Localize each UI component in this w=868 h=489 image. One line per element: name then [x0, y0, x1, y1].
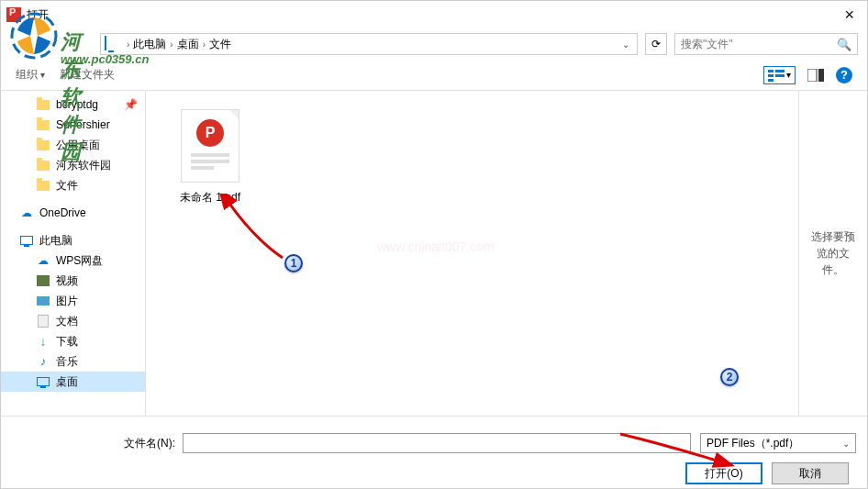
video-icon — [36, 273, 50, 288]
cloud-disk-icon: ☁ — [36, 253, 50, 268]
sidebar-item-documents[interactable]: 文档 — [1, 311, 145, 331]
svg-rect-1 — [768, 70, 773, 72]
breadcrumb-item[interactable]: 桌面 — [177, 37, 199, 52]
preview-pane-button[interactable] — [803, 66, 829, 84]
svg-rect-4 — [775, 74, 785, 77]
preview-icon — [807, 69, 824, 82]
toolbar: 组织 ▾ 新建文件夹 ▾ ? — [1, 60, 867, 91]
list-view-icon — [768, 69, 785, 82]
app-icon — [6, 7, 21, 22]
sidebar-item-pictures[interactable]: 图片 — [1, 291, 145, 311]
download-icon: ↓ — [36, 334, 50, 349]
pdf-thumbnail: P — [181, 109, 239, 183]
sidebar-item-desktop[interactable]: 桌面 — [1, 372, 145, 392]
close-button[interactable]: × — [844, 6, 854, 25]
chevron-right-icon: › — [170, 39, 172, 50]
up-button[interactable]: ↑ — [65, 33, 93, 55]
svg-rect-5 — [768, 79, 773, 82]
sidebar-item-onedrive[interactable]: ☁OneDrive — [1, 203, 145, 223]
desktop-icon — [36, 374, 50, 389]
pdf-badge-icon: P — [196, 119, 224, 147]
sidebar-item-bcryptdg[interactable]: bcryptdg📌 — [1, 94, 145, 115]
search-icon[interactable]: 🔍 — [837, 38, 851, 51]
sidebar-item-music[interactable]: ♪音乐 — [1, 351, 145, 372]
breadcrumb-item[interactable]: 文件 — [209, 37, 231, 52]
chevron-down-icon: ⌄ — [842, 439, 850, 449]
sidebar-item-computer[interactable]: 此电脑 — [1, 230, 145, 250]
breadcrumb-item[interactable]: 此电脑 — [133, 37, 166, 52]
organize-menu[interactable]: 组织 ▾ — [16, 67, 45, 83]
file-name: 未命名 1.pdf — [180, 190, 240, 206]
svg-rect-2 — [775, 70, 785, 72]
file-item[interactable]: P 未命名 1.pdf — [164, 109, 256, 206]
help-icon[interactable]: ? — [836, 67, 852, 83]
computer-icon — [19, 233, 34, 248]
preview-pane: 选择要预览的文件。 — [798, 91, 867, 416]
refresh-button[interactable]: ⟳ — [645, 33, 667, 55]
sidebar-item-hedong[interactable]: 河东软件园 — [1, 155, 145, 175]
title-bar: 打开 × — [1, 1, 867, 28]
preview-empty-text: 选择要预览的文件。 — [807, 228, 860, 278]
svg-rect-7 — [818, 69, 824, 82]
open-button[interactable]: 打开(O) — [685, 462, 762, 484]
sidebar-item-wps[interactable]: ☁WPS网盘 — [1, 250, 145, 271]
file-type-select[interactable]: PDF Files（*.pdf） ⌄ — [700, 433, 856, 453]
cancel-button[interactable]: 取消 — [772, 462, 849, 484]
nav-bar: ← → ↑ › 此电脑 › 桌面 › 文件 ⌄ ⟳ 🔍 — [1, 28, 867, 60]
search-input[interactable] — [681, 38, 837, 50]
sidebar-item-files[interactable]: 文件 — [1, 175, 145, 195]
chevron-right-icon: › — [127, 39, 129, 50]
computer-icon — [105, 37, 119, 51]
chevron-down-icon[interactable]: ⌄ — [622, 39, 633, 50]
sidebar-item-video[interactable]: 视频 — [1, 271, 145, 291]
onedrive-icon: ☁ — [19, 206, 34, 220]
chevron-right-icon: › — [203, 39, 206, 50]
view-options-button[interactable]: ▾ — [763, 66, 796, 84]
document-icon — [36, 314, 50, 328]
breadcrumb[interactable]: › 此电脑 › 桌面 › 文件 ⌄ — [100, 33, 638, 55]
file-type-label: PDF Files（*.pdf） — [707, 436, 799, 451]
pin-icon: 📌 — [124, 98, 138, 111]
svg-rect-6 — [807, 69, 817, 82]
file-list[interactable]: P 未命名 1.pdf — [146, 91, 798, 416]
new-folder-button[interactable]: 新建文件夹 — [60, 67, 115, 83]
sidebar-item-surfershier[interactable]: Surfershier — [1, 115, 145, 135]
svg-rect-3 — [768, 74, 773, 77]
forward-button[interactable]: → — [38, 33, 65, 55]
sidebar: bcryptdg📌 Surfershier 公用桌面 河东软件园 文件 ☁One… — [1, 91, 146, 416]
sidebar-item-public-desktop[interactable]: 公用桌面 — [1, 135, 145, 155]
filename-label: 文件名(N): — [12, 436, 183, 451]
back-button[interactable]: ← — [10, 33, 38, 55]
sidebar-item-downloads[interactable]: ↓下载 — [1, 331, 145, 351]
filename-input[interactable] — [183, 433, 691, 453]
image-icon — [36, 294, 50, 308]
footer: 文件名(N): PDF Files（*.pdf） ⌄ 打开(O) 取消 — [1, 416, 867, 489]
search-box[interactable]: 🔍 — [674, 33, 858, 55]
dialog-title: 打开 — [27, 7, 49, 23]
music-icon: ♪ — [36, 354, 50, 369]
